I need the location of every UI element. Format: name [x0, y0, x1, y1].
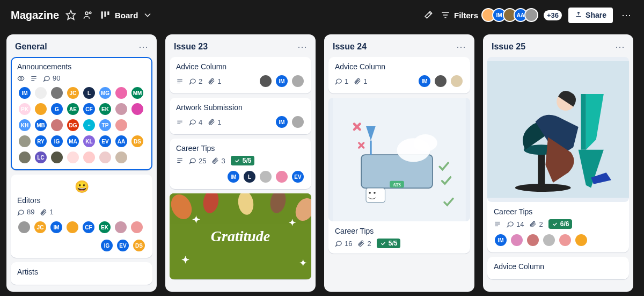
avatar[interactable]: JC [66, 86, 80, 100]
avatar[interactable]: AE [66, 102, 80, 116]
card[interactable]: Career Tips1426/6IM [487, 57, 629, 252]
avatar[interactable]: JC [33, 220, 47, 234]
avatar[interactable] [50, 150, 64, 164]
avatar[interactable]: AA [114, 134, 128, 148]
avatar[interactable] [50, 86, 64, 100]
list-menu-icon[interactable]: ⋯ [138, 42, 148, 52]
avatar[interactable] [50, 118, 64, 132]
avatar[interactable] [542, 233, 556, 247]
avatar[interactable]: IG [100, 239, 114, 252]
avatar[interactable]: DS [132, 239, 146, 252]
share-button[interactable]: Share [568, 8, 613, 23]
avatar[interactable] [291, 74, 305, 88]
avatar[interactable]: EV [116, 239, 130, 252]
avatar[interactable] [259, 74, 273, 88]
list-title[interactable]: Issue 23 [174, 42, 208, 52]
board-menu-icon[interactable]: ⋯ [619, 9, 633, 21]
avatar[interactable] [82, 150, 96, 164]
card[interactable]: ✦✦✦✦Gratitude [170, 193, 311, 279]
card[interactable]: Advice Column21IM [170, 57, 311, 93]
list-menu-icon[interactable]: ⋯ [615, 42, 625, 52]
avatar[interactable]: L [243, 170, 257, 184]
avatar[interactable]: IM [494, 233, 508, 247]
avatar[interactable]: CF [82, 220, 96, 234]
avatar[interactable]: MG [98, 86, 112, 100]
view-switcher[interactable]: Board [100, 10, 153, 20]
avatar[interactable]: MA [66, 134, 80, 148]
avatar[interactable] [17, 220, 31, 234]
avatar[interactable]: EV [98, 134, 112, 148]
avatar[interactable] [526, 233, 540, 247]
avatar[interactable] [114, 220, 128, 234]
avatar[interactable]: KL [82, 134, 96, 148]
list-title[interactable]: Issue 24 [333, 42, 367, 52]
avatar[interactable] [510, 233, 524, 247]
avatar[interactable]: TP [98, 118, 112, 132]
avatar[interactable] [275, 170, 289, 184]
avatar[interactable] [114, 86, 128, 100]
people-icon[interactable] [83, 10, 93, 20]
board-title[interactable]: Magazine [11, 9, 59, 21]
avatar[interactable] [34, 102, 48, 116]
filters-button[interactable]: Filters [440, 10, 478, 20]
avatar[interactable]: ·· [82, 118, 96, 132]
avatar[interactable] [291, 115, 305, 129]
avatar[interactable]: IM [49, 220, 63, 234]
avatar[interactable]: EV [291, 170, 305, 184]
member-avatar-stack[interactable]: IMAA [485, 8, 538, 22]
avatar[interactable]: DG [66, 118, 80, 132]
avatar[interactable]: EK [98, 220, 112, 234]
avatar[interactable]: MM [130, 86, 144, 100]
list-title[interactable]: General [15, 42, 47, 52]
avatar[interactable]: LC [34, 150, 48, 164]
avatar[interactable] [18, 134, 32, 148]
avatar[interactable] [114, 118, 128, 132]
avatar[interactable]: IG [50, 134, 64, 148]
avatar[interactable]: IM [275, 115, 289, 129]
card[interactable]: 😀Editors891JCIMCFEKIGEVDS [11, 175, 152, 258]
avatar[interactable]: PK [18, 102, 32, 116]
avatar[interactable] [524, 8, 538, 22]
card[interactable]: ATSCareer Tips1625/5 [328, 98, 470, 254]
avatar[interactable] [34, 86, 48, 100]
avatar[interactable]: KH [18, 118, 32, 132]
avatar[interactable]: G [50, 102, 64, 116]
rocket-icon[interactable] [423, 10, 434, 20]
avatar[interactable] [574, 233, 588, 247]
star-icon[interactable] [65, 10, 76, 20]
list-menu-icon[interactable]: ⋯ [456, 42, 466, 52]
avatar[interactable] [130, 220, 144, 234]
avatar[interactable] [450, 74, 464, 88]
list-menu-icon[interactable]: ⋯ [297, 42, 307, 52]
avatar[interactable]: EK [98, 102, 112, 116]
avatar[interactable]: IM [418, 74, 431, 88]
avatar[interactable]: CF [82, 102, 96, 116]
card[interactable]: Artwork Submission41IM [170, 98, 311, 134]
avatar[interactable] [434, 74, 448, 88]
member-overflow-count[interactable]: +36 [544, 10, 562, 20]
avatar[interactable]: RY [34, 134, 48, 148]
avatar[interactable] [18, 150, 32, 164]
avatar[interactable]: IM [226, 170, 240, 184]
card[interactable]: Advice Column11IM [328, 57, 470, 93]
avatar[interactable]: DS [130, 134, 144, 148]
avatar[interactable] [558, 233, 572, 247]
avatar[interactable] [259, 170, 273, 184]
avatar[interactable]: L [82, 86, 96, 100]
avatar[interactable] [98, 150, 112, 164]
list-title[interactable]: Issue 25 [492, 42, 525, 52]
card[interactable]: Announcements90IMJCLMGMMPKGAECFEKKHMBDG·… [11, 57, 152, 170]
avatar[interactable] [130, 118, 144, 132]
card[interactable]: Career Tips2535/5IMLEV [170, 139, 311, 189]
avatar[interactable]: IM [275, 74, 289, 88]
avatar[interactable] [114, 102, 128, 116]
avatar[interactable] [66, 150, 80, 164]
svg-point-36 [374, 192, 376, 194]
card[interactable]: Advice Column [487, 257, 629, 279]
avatar[interactable]: IM [18, 86, 32, 100]
avatar[interactable] [130, 102, 144, 116]
avatar[interactable] [65, 220, 79, 234]
avatar[interactable]: MB [34, 118, 48, 132]
card[interactable]: Artists [11, 262, 152, 285]
avatar[interactable] [114, 150, 128, 164]
